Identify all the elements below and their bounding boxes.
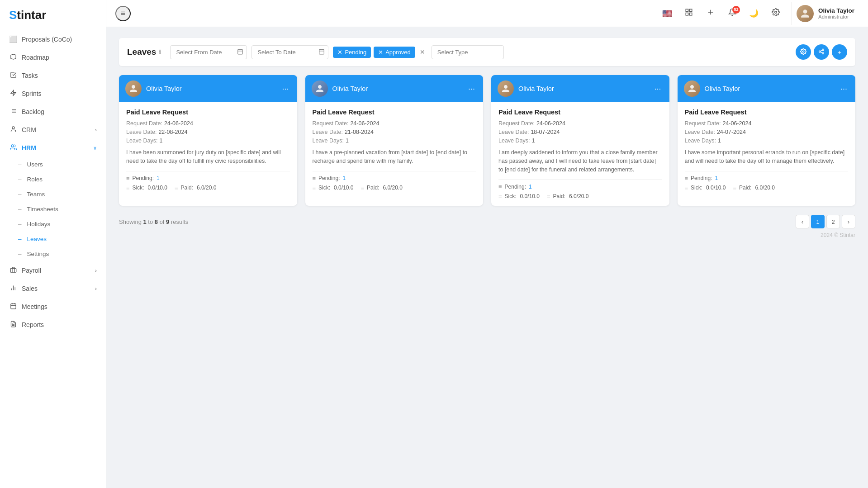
card-request-date: Request Date: 24-06-2024 — [126, 120, 290, 127]
pending-stat-icon: ≡ — [126, 175, 130, 182]
card-paid-stat: ≡ Paid: 6.0/20.0 — [175, 185, 216, 191]
topbar: ≡ 🇺🇸 52 🌙 — [106, 0, 868, 27]
pagination-next-button[interactable]: › — [842, 215, 855, 228]
sidebar-item-payroll[interactable]: Payroll › — [0, 261, 106, 280]
filter-settings-button[interactable] — [796, 44, 811, 60]
sidebar-item-holidays[interactable]: Holidays — [0, 217, 106, 232]
leaves-title-text: Leaves — [127, 47, 156, 57]
card-stats: ≡ Pending: 1 ≡ Sick: 0.0/10.0 ≡ Paid: — [685, 175, 849, 191]
menu-toggle-button[interactable]: ≡ — [115, 6, 131, 21]
pending-stat-icon: ≡ — [313, 175, 316, 182]
meetings-icon — [9, 303, 17, 311]
card-leave-days-value: 1 — [159, 137, 162, 144]
leaves-header-bar: Leaves ℹ ✕ Pending — [119, 38, 855, 66]
pending-stat-icon: ≡ — [498, 183, 502, 190]
from-date-calendar-icon[interactable] — [237, 48, 243, 56]
pagination-page-1-button[interactable]: 1 — [811, 215, 825, 228]
card-stats: ≡ Pending: 1 ≡ Sick: 0.0/10.0 ≡ Paid: — [313, 175, 476, 191]
sidebar-navigation: ⬜ Proposals (CoCo) Roadmap Tasks Sprints — [0, 30, 106, 488]
card-body: Paid Leave Request Request Date: 24-06-2… — [678, 102, 856, 198]
card-leave-type: Paid Leave Request — [313, 109, 476, 116]
sidebar-item-reports[interactable]: Reports — [0, 316, 106, 334]
pagination-prev-button[interactable]: ‹ — [796, 215, 809, 228]
card-menu-button[interactable]: ··· — [466, 83, 477, 95]
sidebar-item-proposals[interactable]: ⬜ Proposals (CoCo) — [0, 30, 106, 48]
settings-button[interactable] — [768, 6, 783, 21]
pagination-page-2-button[interactable]: 2 — [826, 215, 840, 228]
card-balance-stats: ≡ Sick: 0.0/10.0 ≡ Paid: 6.0/20.0 — [498, 193, 662, 199]
card-description: I have some important personal errands t… — [685, 148, 849, 166]
pagination-row: Showing 1 to 8 of 9 results ‹ 1 2 › — [119, 215, 855, 228]
card-menu-button[interactable]: ··· — [839, 83, 849, 95]
svg-rect-20 — [689, 9, 692, 11]
card-leave-days: Leave Days: 1 — [313, 137, 476, 144]
filter-tag-pending[interactable]: ✕ Pending — [333, 47, 371, 58]
to-date-input[interactable] — [251, 45, 328, 59]
pending-stat-label: Pending: — [318, 175, 340, 181]
payroll-chevron-icon: › — [95, 268, 97, 273]
svg-rect-21 — [686, 13, 688, 15]
leave-card: Olivia Taylor ··· Paid Leave Request Req… — [119, 75, 297, 206]
card-balance-stats: ≡ Sick: 0.0/10.0 ≡ Paid: 6.0/20.0 — [126, 185, 290, 191]
grid-button[interactable] — [681, 6, 697, 21]
filter-tag-approved[interactable]: ✕ Approved — [374, 47, 415, 58]
card-divider — [685, 171, 849, 171]
reports-icon — [9, 321, 17, 329]
add-leave-button[interactable]: + — [832, 44, 847, 60]
leave-cards-grid: Olivia Taylor ··· Paid Leave Request Req… — [119, 75, 855, 206]
plus-icon: + — [838, 48, 842, 56]
sidebar-item-backlog[interactable]: Backlog — [0, 103, 106, 121]
topbar-user-role: Administrator — [818, 14, 854, 19]
sidebar-item-settings[interactable]: Settings — [0, 246, 106, 261]
backlog-icon — [9, 108, 17, 116]
sidebar-item-hrm[interactable]: HRM ∨ — [0, 139, 106, 157]
card-user-name: Olivia Taylor — [705, 85, 834, 92]
sidebar-item-tasks[interactable]: Tasks — [0, 66, 106, 85]
hrm-chevron-icon: ∨ — [93, 145, 97, 151]
card-user-name: Olivia Taylor — [332, 85, 462, 92]
type-select-input[interactable] — [432, 45, 504, 59]
sales-chevron-icon: › — [95, 286, 97, 291]
sidebar-item-roles[interactable]: Roles — [0, 172, 106, 187]
pagination-end: 8 — [155, 218, 158, 225]
card-avatar — [312, 81, 328, 97]
pagination-start: 1 — [143, 218, 146, 225]
from-date-input[interactable] — [170, 45, 247, 59]
paid-stat-value: 6.0/20.0 — [197, 185, 216, 191]
sidebar-item-users[interactable]: Users — [0, 157, 106, 172]
sidebar-label-hrm: HRM — [22, 144, 36, 152]
approved-tag-x[interactable]: ✕ — [378, 49, 383, 56]
sidebar-item-crm[interactable]: CRM › — [0, 121, 106, 139]
dark-mode-button[interactable]: 🌙 — [746, 6, 762, 21]
shortcuts-button[interactable] — [703, 6, 718, 21]
notification-button[interactable]: 52 — [725, 6, 740, 21]
language-button[interactable]: 🇺🇸 — [659, 6, 675, 21]
card-body: Paid Leave Request Request Date: 24-06-2… — [305, 102, 484, 198]
info-icon[interactable]: ℹ — [159, 49, 161, 56]
card-leave-date: Leave Date: 18-07-2024 — [498, 129, 662, 135]
pending-stat-icon: ≡ — [685, 175, 688, 182]
sidebar-item-roadmap[interactable]: Roadmap — [0, 48, 106, 66]
card-menu-button[interactable]: ··· — [280, 83, 290, 95]
sidebar-item-sales[interactable]: Sales › — [0, 280, 106, 298]
sidebar-item-leaves[interactable]: Leaves — [0, 232, 106, 246]
user-profile-button[interactable]: Olivia Taylor Administrator — [792, 2, 859, 25]
card-body: Paid Leave Request Request Date: 24-06-2… — [491, 102, 669, 206]
card-balance-stats: ≡ Sick: 0.0/10.0 ≡ Paid: 6.0/20.0 — [313, 185, 476, 191]
paid-stat-icon: ≡ — [547, 193, 550, 199]
share-button[interactable] — [814, 44, 829, 60]
sidebar-item-sprints[interactable]: Sprints — [0, 85, 106, 103]
pagination-total: 9 — [166, 218, 169, 225]
card-menu-button[interactable]: ··· — [652, 83, 663, 95]
sidebar-item-teams[interactable]: Teams — [0, 187, 106, 202]
sidebar-label-meetings: Meetings — [22, 303, 47, 310]
sidebar-item-timesheets[interactable]: Timesheets — [0, 202, 106, 217]
card-stats: ≡ Pending: 1 ≡ Sick: 0.0/10.0 ≡ Paid: — [498, 183, 662, 199]
sidebar-item-meetings[interactable]: Meetings — [0, 298, 106, 316]
paid-stat-value: 6.0/20.0 — [383, 185, 402, 191]
sick-stat-value: 0.0/10.0 — [520, 193, 540, 199]
svg-point-35 — [822, 49, 824, 51]
pending-tag-x[interactable]: ✕ — [337, 49, 342, 56]
to-date-calendar-icon[interactable] — [318, 48, 325, 56]
filter-clear-button[interactable]: ✕ — [418, 47, 427, 57]
